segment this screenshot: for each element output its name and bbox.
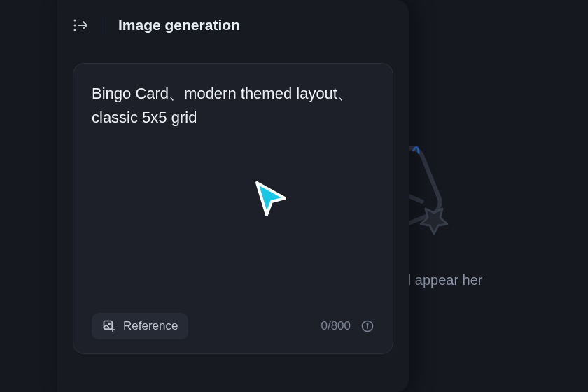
panel-title: Image generation — [118, 17, 240, 34]
header-divider — [104, 17, 104, 34]
panel-header: Image generation — [57, 0, 409, 46]
prompt-text[interactable]: Bingo Card、modern themed layout、classic … — [92, 82, 374, 130]
prompt-footer: Reference 0/800 — [92, 313, 374, 340]
svg-point-7 — [75, 30, 76, 31]
char-count: 0/800 — [321, 319, 351, 333]
reference-label: Reference — [123, 319, 178, 333]
svg-point-5 — [75, 20, 76, 21]
prompt-card[interactable]: Bingo Card、modern themed layout、classic … — [73, 63, 393, 354]
svg-point-12 — [367, 323, 368, 324]
image-add-icon — [102, 319, 116, 333]
svg-point-6 — [75, 25, 76, 26]
collapse-icon[interactable] — [73, 17, 90, 34]
reference-button[interactable]: Reference — [92, 313, 188, 340]
svg-point-9 — [108, 323, 110, 325]
generation-panel: Image generation Bingo Card、modern theme… — [57, 0, 409, 392]
svg-rect-8 — [104, 321, 113, 330]
info-icon[interactable] — [360, 319, 374, 333]
